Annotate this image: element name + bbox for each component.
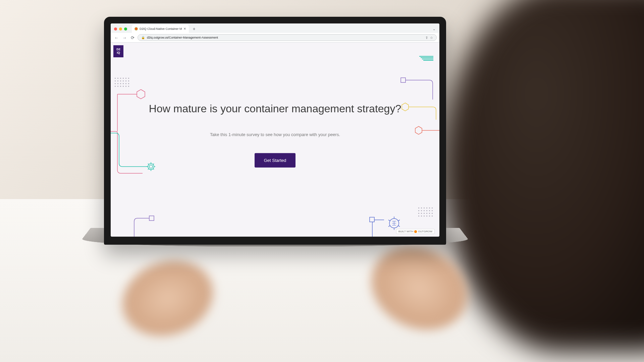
dots-decoration-icon xyxy=(418,207,433,217)
purple-path-icon xyxy=(131,210,158,237)
badge-brand: OUTGROW xyxy=(418,230,432,233)
badge-prefix: BUILT WITH xyxy=(398,230,414,233)
new-tab-button[interactable]: + xyxy=(191,26,198,32)
lock-icon: 🔒 xyxy=(141,36,145,39)
svg-marker-8 xyxy=(415,126,422,134)
window-controls xyxy=(113,27,130,31)
d2iq-logo[interactable]: D2IQ xyxy=(113,45,123,57)
tabs-overflow-icon[interactable]: ⌄ xyxy=(433,27,437,31)
address-bar[interactable]: 🔒 d2iq.outgrow.us/Container-Management-A… xyxy=(138,34,437,41)
laptop-screen-frame: D2iQ Cloud-Native Container M × + ⌄ ← → … xyxy=(104,17,446,245)
forward-button[interactable]: → xyxy=(121,35,127,40)
url-text: d2iq.outgrow.us/Container-Management-Ass… xyxy=(147,36,423,39)
page-subtext: Take this 1-minute survey to see how you… xyxy=(144,132,407,137)
purple-sq-path-icon xyxy=(399,76,436,103)
back-button[interactable]: ← xyxy=(113,35,119,40)
svg-rect-9 xyxy=(370,217,374,222)
page-body: D2IQ xyxy=(111,43,439,237)
reload-button[interactable]: ⟳ xyxy=(129,35,136,40)
tab-title: D2iQ Cloud-Native Container M xyxy=(140,27,182,31)
dots-decoration-icon xyxy=(115,78,129,87)
built-with-badge[interactable]: BUILT WITH OUTGROW xyxy=(396,229,435,234)
browser-tab[interactable]: D2iQ Cloud-Native Container M × xyxy=(132,25,189,33)
nav-bar: ← → ⟳ 🔒 d2iq.outgrow.us/Container-Manage… xyxy=(111,33,439,42)
svg-rect-5 xyxy=(149,216,154,221)
browser-chrome: D2iQ Cloud-Native Container M × + ⌄ ← → … xyxy=(111,23,439,43)
bookmark-star-icon[interactable]: ☆ xyxy=(430,36,433,40)
favicon-icon xyxy=(135,27,138,31)
laptop: /*placeholder script removed below by st… xyxy=(104,17,446,278)
page-heading: How mature is your container management … xyxy=(144,101,407,116)
svg-rect-6 xyxy=(401,78,406,82)
hero-content: How mature is your container management … xyxy=(144,101,407,167)
screen: D2iQ Cloud-Native Container M × + ⌄ ← → … xyxy=(111,23,439,237)
outgrow-icon xyxy=(414,230,417,233)
maximize-window-icon[interactable] xyxy=(124,27,127,31)
close-window-icon[interactable] xyxy=(114,27,117,31)
stripes-decoration-icon xyxy=(419,56,433,61)
svg-marker-0 xyxy=(137,89,145,99)
tab-close-icon[interactable]: × xyxy=(184,26,186,31)
get-started-button[interactable]: Get Started xyxy=(255,153,296,167)
minimize-window-icon[interactable] xyxy=(119,27,122,31)
share-icon[interactable]: ⇪ xyxy=(425,36,428,40)
tab-bar: D2iQ Cloud-Native Container M × + ⌄ xyxy=(111,23,439,33)
red-path-icon xyxy=(413,123,439,140)
